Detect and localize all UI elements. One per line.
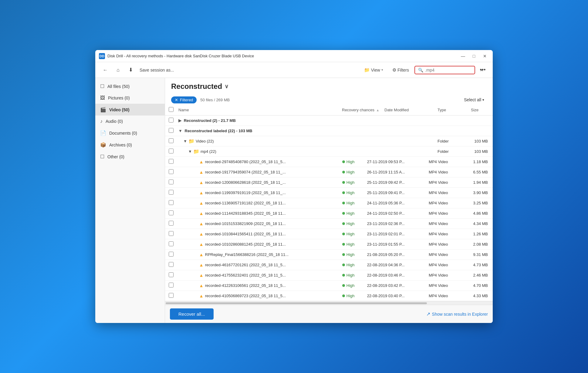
file-name-cell[interactable]: ▲ RPReplay_Final1566388216 (2022_05_18 1… — [181, 250, 340, 260]
file-checkbox[interactable] — [169, 180, 174, 184]
file-name: recorded-1917794359074 (2022_05_18 11_..… — [205, 170, 286, 174]
title-chevron-icon[interactable]: ∨ — [225, 83, 228, 90]
sidebar-item-archives[interactable]: 📦 Archives (0) — [95, 139, 165, 151]
view-button[interactable]: 📁 View ▾ — [360, 66, 387, 75]
col-date-header[interactable]: Date Modified — [382, 105, 435, 116]
col-recovery-header[interactable]: Recovery chances ▲ — [340, 105, 382, 116]
file-name-cell[interactable]: ▲ recorded-10108441565411 (2022_05_18 11… — [181, 229, 340, 239]
folder-checkbox-cell[interactable] — [165, 136, 176, 146]
file-checkbox[interactable] — [169, 221, 174, 226]
horizontal-scrollbar[interactable] — [165, 301, 493, 305]
file-checkbox-cell[interactable] — [165, 260, 181, 270]
save-icon-button[interactable]: ⬇ — [126, 65, 136, 75]
file-name-cell[interactable]: ▲ recorded-11144293188345 (2022_05_18 11… — [181, 208, 340, 219]
expand-icon[interactable]: ▶ — [178, 118, 181, 123]
group-checkbox[interactable] — [169, 118, 174, 123]
col-size-header[interactable]: Size — [468, 105, 493, 116]
search-input[interactable]: .mp4 — [425, 68, 478, 72]
folder2-name-cell[interactable]: ▼ 📁 mp4 (22) — [176, 146, 340, 157]
file-name-cell[interactable]: ▲ recorded-10151533821909 (2022_05_18 11… — [181, 219, 340, 229]
scrollbar-thumb[interactable] — [166, 302, 427, 304]
file-checkbox-cell[interactable] — [165, 198, 181, 208]
file-checkbox-cell[interactable] — [165, 229, 181, 239]
filters-button[interactable]: ⚙ Filters — [389, 66, 412, 75]
file-checkbox-cell[interactable] — [165, 188, 181, 198]
sidebar-item-audio[interactable]: ♪ Audio (0) — [95, 116, 165, 127]
file-checkbox[interactable] — [169, 190, 174, 195]
file-name-cell[interactable]: ▲ recorded-410506869723 (2022_05_18 11_5… — [181, 291, 340, 301]
col-checkbox-header[interactable] — [165, 105, 176, 116]
file-name: recorded-1200806628618 (2022_05_18 11_..… — [205, 180, 286, 185]
file-name-cell[interactable]: ▲ recorded-1917794359074 (2022_05_18 11_… — [181, 167, 340, 177]
file-checkbox-cell[interactable] — [165, 239, 181, 250]
file-checkbox[interactable] — [169, 252, 174, 257]
col-name-header[interactable]: Name — [176, 105, 340, 116]
file-name-cell[interactable]: ▲ recorded-11369057191182 (2022_05_18 11… — [181, 198, 340, 208]
group-label-cell[interactable]: ▶ Reconstructed (2) - 21.7 MB — [176, 116, 493, 126]
file-checkbox[interactable] — [169, 241, 174, 246]
file-checkbox-cell[interactable] — [165, 291, 181, 301]
folder2-checkbox[interactable] — [169, 149, 174, 153]
folder-expand-icon[interactable]: ▼ — [183, 139, 187, 143]
folder-checkbox[interactable] — [169, 138, 174, 143]
home-button[interactable]: ⌂ — [113, 65, 123, 75]
file-checkbox[interactable] — [169, 200, 174, 205]
file-checkbox-cell[interactable] — [165, 219, 181, 229]
maximize-button[interactable]: □ — [470, 52, 478, 60]
recover-all-button[interactable]: Recover all... — [170, 308, 214, 320]
file-checkbox[interactable] — [169, 159, 174, 164]
file-checkbox-cell[interactable] — [165, 250, 181, 260]
file-checkbox[interactable] — [169, 283, 174, 287]
file-name-cell[interactable]: ▲ recorded-461677201261 (2022_05_18 11_5… — [181, 260, 340, 270]
sidebar-item-all-files[interactable]: ☐ All files (50) — [95, 80, 165, 92]
file-name-cell[interactable]: ▲ recorded-1199397919119 (2022_05_18 11_… — [181, 188, 340, 198]
file-checkbox[interactable] — [169, 169, 174, 174]
sidebar-item-video[interactable]: 🎬 Video (50) — [95, 104, 165, 116]
file-checkbox-cell[interactable] — [165, 281, 181, 291]
file-date-cell: 22-08-2019 03:46 P... — [365, 270, 426, 281]
back-button[interactable]: ← — [100, 65, 110, 75]
group2-checkbox-cell[interactable] — [165, 126, 176, 136]
sidebar-item-documents[interactable]: 📄 Documents (0) — [95, 127, 165, 139]
file-name-cell[interactable]: ▲ recorded-10102860881245 (2022_05_18 11… — [181, 239, 340, 250]
file-checkbox-cell[interactable] — [165, 157, 181, 167]
recovery-dot-icon — [342, 222, 345, 225]
file-name-cell[interactable]: ▲ recorded-1200806628618 (2022_05_18 11_… — [181, 177, 340, 188]
file-date-cell: 22-08-2019 04:36 P... — [365, 260, 426, 270]
file-checkbox-cell[interactable] — [165, 167, 181, 177]
file-name-cell[interactable]: ▲ recorded-412263106561 (2022_05_18 11_5… — [181, 281, 340, 291]
sidebar-item-pictures[interactable]: 🖼 Pictures (0) — [95, 92, 165, 104]
show-explorer-button[interactable]: ↗ Show scan results in Explorer — [426, 311, 488, 317]
folder2-expand-icon[interactable]: ▼ — [188, 149, 192, 154]
file-checkbox[interactable] — [169, 231, 174, 236]
group2-label-cell[interactable]: ▼ Reconstructed labeled (22) - 103 MB — [176, 126, 493, 136]
expand-icon[interactable]: ▼ — [178, 129, 182, 133]
folder2-checkbox-cell[interactable] — [165, 146, 176, 157]
file-checkbox[interactable] — [169, 272, 174, 277]
more-options-button[interactable]: ••• — [478, 65, 488, 75]
file-checkbox[interactable] — [169, 210, 174, 215]
file-name-cell[interactable]: ▲ recorded-297485408780 (2022_05_18 11_5… — [181, 157, 340, 167]
filtered-badge[interactable]: ✕ Filtered — [171, 96, 197, 103]
select-all-button[interactable]: Select all ▾ — [461, 96, 487, 103]
file-checkbox[interactable] — [169, 293, 174, 298]
col-type-header[interactable]: Type — [435, 105, 468, 116]
file-checkbox[interactable] — [169, 262, 174, 267]
filter-remove-icon[interactable]: ✕ — [175, 98, 178, 102]
folder-name-cell[interactable]: ▼ 📁 Video (22) — [176, 136, 340, 146]
select-all-checkbox[interactable] — [169, 107, 174, 112]
sidebar-item-other[interactable]: ☐ Other (0) — [95, 151, 165, 163]
file-checkbox-cell[interactable] — [165, 177, 181, 188]
group2-checkbox[interactable] — [169, 128, 174, 133]
close-button[interactable]: ✕ — [481, 52, 489, 60]
view-label: View — [371, 68, 380, 72]
folder2-icon: 📁 — [193, 149, 199, 154]
folder-date-cell — [382, 136, 435, 146]
file-name-cell[interactable]: ▲ recorded-417556232401 (2022_05_18 11_5… — [181, 270, 340, 281]
minimize-button[interactable]: — — [459, 52, 467, 60]
sidebar: ☐ All files (50) 🖼 Pictures (0) 🎬 Video … — [95, 78, 165, 323]
group-checkbox-cell[interactable] — [165, 116, 176, 126]
show-explorer-label: Show scan results in Explorer — [432, 312, 488, 317]
file-checkbox-cell[interactable] — [165, 270, 181, 281]
file-checkbox-cell[interactable] — [165, 208, 181, 219]
